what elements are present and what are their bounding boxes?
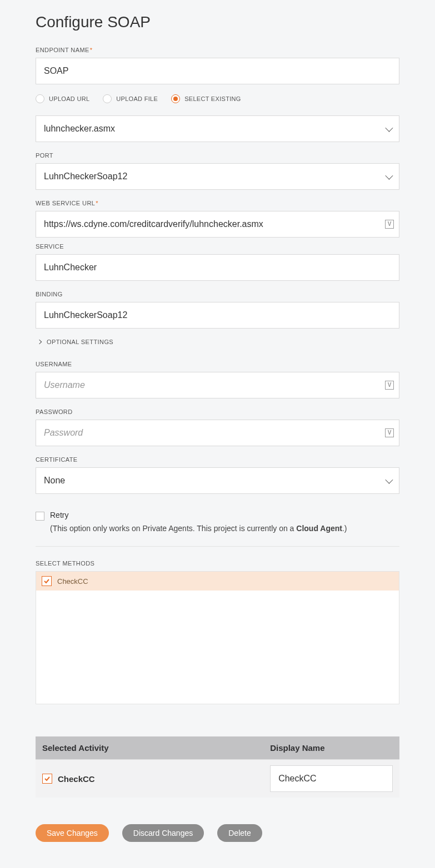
- display-name-input[interactable]: [270, 765, 393, 792]
- delete-button[interactable]: Delete: [217, 824, 262, 842]
- method-name: CheckCC: [57, 577, 88, 586]
- chevron-down-icon: [385, 124, 393, 132]
- radio-select-existing[interactable]: SELECT EXISTING: [171, 94, 241, 103]
- certificate-label: CERTIFICATE: [36, 456, 399, 463]
- variable-icon[interactable]: V: [385, 381, 394, 390]
- chevron-down-icon: [385, 172, 393, 180]
- table-row: CheckCC: [36, 759, 399, 798]
- chevron-right-icon: [37, 340, 42, 344]
- web-service-url-label: WEB SERVICE URL*: [36, 200, 399, 206]
- service-input[interactable]: [36, 254, 399, 281]
- retry-checkbox[interactable]: [36, 512, 44, 521]
- method-checkbox[interactable]: [42, 576, 52, 586]
- activity-name: CheckCC: [58, 774, 95, 784]
- radio-upload-url[interactable]: UPLOAD URL: [36, 94, 89, 103]
- retry-label: Retry: [50, 511, 68, 519]
- radio-upload-file[interactable]: UPLOAD FILE: [103, 94, 158, 103]
- endpoint-name-label: ENDPOINT NAME*: [36, 47, 399, 53]
- divider: [36, 546, 399, 547]
- variable-icon[interactable]: V: [385, 220, 394, 229]
- methods-listbox[interactable]: CheckCC: [36, 571, 399, 704]
- page-title: Configure SOAP: [36, 13, 399, 31]
- chevron-down-icon: [385, 476, 393, 484]
- port-label: PORT: [36, 152, 399, 159]
- save-button[interactable]: Save Changes: [36, 824, 109, 842]
- certificate-select[interactable]: None: [36, 467, 399, 494]
- password-label: PASSWORD: [36, 408, 399, 415]
- binding-label: BINDING: [36, 291, 399, 297]
- col-selected-activity: Selected Activity: [42, 743, 270, 753]
- selected-activity-table: Selected Activity Display Name CheckCC: [36, 736, 399, 798]
- variable-icon[interactable]: V: [385, 428, 394, 437]
- username-input[interactable]: [36, 372, 399, 398]
- wsdl-source-radio-group: UPLOAD URL UPLOAD FILE SELECT EXISTING: [36, 94, 399, 103]
- port-select[interactable]: LuhnCheckerSoap12: [36, 163, 399, 190]
- wsdl-file-select[interactable]: luhnchecker.asmx: [36, 115, 399, 142]
- endpoint-name-input[interactable]: [36, 58, 399, 84]
- username-label: USERNAME: [36, 361, 399, 367]
- password-input[interactable]: [36, 420, 399, 446]
- method-row[interactable]: CheckCC: [36, 572, 399, 591]
- binding-input[interactable]: [36, 302, 399, 329]
- activity-checkbox[interactable]: [42, 774, 52, 784]
- retry-note: (This option only works on Private Agent…: [50, 524, 399, 533]
- optional-settings-toggle[interactable]: OPTIONAL SETTINGS: [38, 339, 399, 345]
- col-display-name: Display Name: [270, 743, 393, 753]
- service-label: SERVICE: [36, 243, 399, 250]
- discard-button[interactable]: Discard Changes: [122, 824, 204, 842]
- select-methods-label: SELECT METHODS: [36, 560, 399, 567]
- web-service-url-input[interactable]: [36, 211, 399, 238]
